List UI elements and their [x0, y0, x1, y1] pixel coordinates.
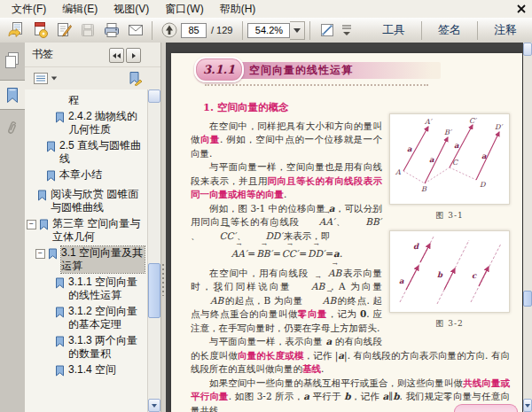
bookmark-icon: [55, 306, 65, 322]
toolbar-separator: [309, 21, 310, 40]
create-pdf-icon[interactable]: [27, 19, 51, 41]
bookmark-label[interactable]: 2.5 直线与圆锥曲线: [59, 139, 145, 166]
document-scrollbar[interactable]: [523, 43, 532, 412]
svg-text:A: A: [395, 168, 401, 176]
section-header: 空间向量的线性运算 3.1.1: [191, 56, 510, 89]
bookmark-icon: [39, 218, 49, 234]
menu-item-1[interactable]: 编辑(E): [54, 0, 106, 19]
scroll-down-icon[interactable]: [523, 399, 532, 412]
menu-item-3[interactable]: 窗口(W): [157, 0, 211, 19]
svg-text:a: a: [399, 276, 404, 285]
tree-expander-icon[interactable]: −: [35, 249, 45, 259]
open-file-icon[interactable]: [4, 19, 27, 41]
page-thumbnails-icon[interactable]: [0, 48, 25, 73]
bookmarks-tab-icon[interactable]: [0, 80, 25, 110]
toolbar-button-签名[interactable]: 签名: [426, 18, 473, 43]
edit-sign-icon[interactable]: [51, 19, 75, 41]
collapse-panel-icon[interactable]: [109, 48, 124, 63]
bookmark-label[interactable]: 程: [68, 94, 79, 107]
bookmark-icon: [55, 364, 65, 380]
bookmark-icon: [37, 189, 47, 205]
section-title-band: 空间向量的线性运算: [217, 62, 441, 79]
zoom-level-input[interactable]: 54.2%: [247, 23, 290, 38]
menu-bar: 文件(F)编辑(E)视图(V)窗口(W)帮助(H): [0, 0, 532, 19]
bookmark-item-1[interactable]: 2.4.2 抛物线的几何性质: [25, 110, 160, 136]
bookmark-label[interactable]: 3.1.3 两个向量的数量积: [68, 334, 145, 361]
save-icon[interactable]: [75, 19, 99, 41]
bookmark-label[interactable]: 本章小结: [59, 168, 102, 182]
toolbar-button-注释[interactable]: 注释: [482, 18, 528, 43]
bookmark-item-3[interactable]: 本章小结: [25, 168, 160, 185]
previous-view-icon[interactable]: [157, 19, 181, 41]
scroll-up-icon[interactable]: [148, 89, 160, 103]
toolbar-button-工具[interactable]: 工具: [371, 18, 417, 43]
section-number-badge: 3.1.1: [194, 57, 244, 82]
bookmark-label[interactable]: 3.1.4 空间: [68, 363, 116, 377]
new-bookmark-icon[interactable]: [128, 71, 143, 89]
page-display-dropdown-icon[interactable]: [339, 19, 355, 41]
svg-text:a: a: [407, 144, 412, 153]
bookmark-icon: [55, 111, 65, 127]
page-number-input[interactable]: [181, 23, 207, 38]
bookmarks-options-row: [25, 66, 160, 90]
bookmark-label[interactable]: 第三章 空间向量与立体几何: [52, 217, 145, 244]
svg-text:d: d: [413, 242, 419, 251]
bookmark-label[interactable]: 3.1.1 空间向量的线性运算: [68, 276, 145, 302]
bookmark-item-9[interactable]: 3.1.3 两个向量的数量积: [25, 334, 160, 361]
attachments-paperclip-icon[interactable]: [0, 117, 25, 142]
bookmark-item-4[interactable]: 阅读与欣赏 圆锥面与圆锥曲线: [25, 188, 160, 214]
bookmark-label[interactable]: 3.1.2 空间向量的基本定理: [68, 305, 145, 331]
menu-item-0[interactable]: 文件(F): [4, 0, 54, 19]
fit-window-icon[interactable]: [315, 19, 339, 41]
bookmark-item-5[interactable]: −第三章 空间向量与立体几何: [25, 217, 160, 244]
navigation-tab-strip: [0, 43, 26, 412]
bookmarks-panel-header: 书签: [25, 43, 160, 66]
expand-panel-icon[interactable]: [126, 48, 141, 63]
page-content: A B C D A′ B′ C′ D′ a: [191, 101, 510, 412]
toolbar-separator: [242, 21, 243, 40]
scroll-down-icon[interactable]: [148, 399, 160, 412]
svg-text:C′: C′: [469, 117, 478, 125]
svg-text:a: a: [429, 155, 434, 164]
svg-text:D′: D′: [495, 123, 504, 131]
bookmark-icon: [55, 335, 65, 351]
scroll-up-icon[interactable]: [523, 43, 532, 56]
zoom-dropdown-icon[interactable]: [290, 21, 305, 40]
tree-expander-icon[interactable]: −: [27, 220, 36, 229]
bookmarks-scrollbar[interactable]: [147, 89, 160, 412]
section-title: 空间向量的线性运算: [249, 62, 441, 79]
close-icon[interactable]: [515, 3, 528, 15]
svg-text:a: a: [481, 152, 487, 160]
next-figure-peek: [454, 404, 518, 412]
pdf-reader-window: 文件(F)编辑(E)视图(V)窗口(W)帮助(H) / 129 54.2% 工具…: [0, 0, 532, 412]
svg-text:a: a: [454, 141, 459, 150]
bookmark-icon: [55, 276, 65, 292]
bookmark-item-7[interactable]: 3.1.1 空间向量的线性运算: [25, 276, 160, 302]
svg-text:C: C: [452, 159, 458, 167]
bookmark-label[interactable]: 3.1 空间向量及其运算: [61, 246, 145, 273]
menu-item-4[interactable]: 帮助(H): [212, 0, 264, 19]
scrollbar-thumb[interactable]: [523, 291, 532, 307]
menu-item-2[interactable]: 视图(V): [106, 0, 157, 19]
toolbar: / 129 54.2% 工具签名注释: [0, 18, 532, 43]
bookmark-item-10[interactable]: 3.1.4 空间: [25, 363, 160, 380]
svg-text:A′: A′: [424, 118, 434, 126]
bookmark-icon: [48, 247, 58, 263]
scrollbar-thumb[interactable]: [148, 263, 160, 318]
svg-text:B: B: [421, 185, 427, 193]
email-icon[interactable]: [123, 19, 147, 41]
dotted-divider: [205, 84, 428, 86]
bookmark-item-8[interactable]: 3.1.2 空间向量的基本定理: [25, 305, 160, 331]
svg-text:D: D: [480, 181, 487, 189]
bookmarks-panel: 书签 程2.4.2 抛物线的几何性质2.5 直线与圆锥曲线本章小结阅读与欣赏 圆…: [25, 43, 160, 412]
bookmarks-options-menu-icon[interactable]: [30, 71, 61, 86]
bookmark-label[interactable]: 阅读与欣赏 圆锥面与圆锥曲线: [51, 188, 145, 214]
print-icon[interactable]: [99, 19, 123, 41]
bookmark-icon: [46, 169, 56, 185]
svg-text:b: b: [437, 270, 443, 279]
bookmark-label[interactable]: 2.4.2 抛物线的几何性质: [68, 110, 145, 136]
bookmark-item-6[interactable]: −3.1 空间向量及其运算: [25, 246, 160, 273]
bookmark-item-2[interactable]: 2.5 直线与圆锥曲线: [25, 139, 160, 166]
bookmark-icon: [46, 140, 56, 156]
bookmark-item-0[interactable]: 程: [25, 94, 160, 107]
